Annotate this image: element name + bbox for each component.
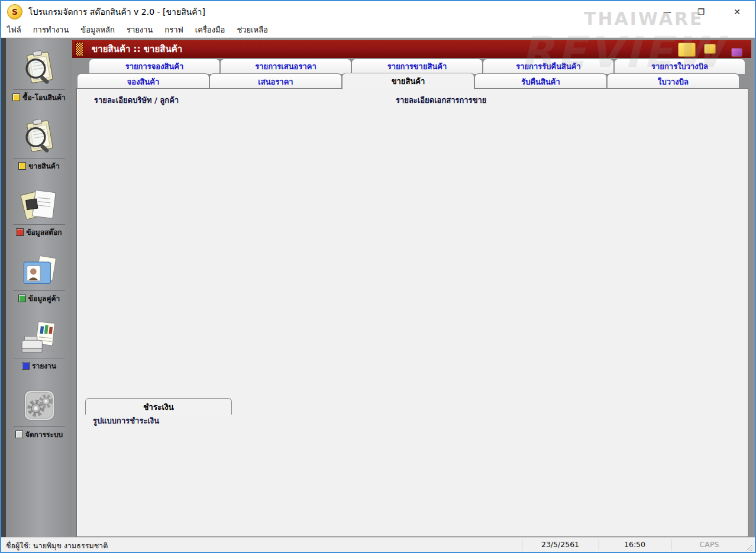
status-bar: ชื่อผู้ใช้: นายพิมุข งามธรรมชาติ 23/5/25… — [1, 537, 755, 552]
divider — [13, 426, 65, 427]
sidebar: ซื้อ-โอนสินค้า ขายสินค้า ข้อมูลสต๊อก ข้อ… — [1, 38, 72, 538]
banner-window-icon[interactable] — [678, 43, 696, 57]
divider — [599, 539, 599, 551]
divider — [13, 358, 65, 358]
tab-quotation[interactable]: เสนอราคา — [209, 73, 342, 89]
divider — [13, 158, 65, 159]
divider — [13, 290, 65, 291]
sidebar-item-label: ซื้อ-โอนสินค้า — [22, 92, 65, 103]
title-bar: S โปรแกรมจัดการ สต๊อกสินค้า v 2.0 - [ขาย… — [1, 1, 755, 22]
partner-folder-icon — [17, 253, 61, 289]
banner-close-icon[interactable] — [731, 48, 742, 57]
status-time: 16:50 — [600, 540, 670, 549]
tab-quotation-list[interactable]: รายการเสนอราคา — [220, 59, 351, 74]
sidebar-strip — [1, 38, 6, 538]
sidebar-item-system[interactable]: จัดการระบบ — [6, 388, 72, 454]
tab-sale-active[interactable]: ขายสินค้า — [342, 73, 474, 89]
tab-booking[interactable]: จองสินค้า — [77, 73, 209, 89]
bullet-icon — [18, 295, 26, 302]
divider — [13, 89, 65, 90]
sidebar-item-sale[interactable]: ขายสินค้า — [6, 118, 72, 185]
clipboard-search-icon — [17, 50, 61, 88]
bullet-icon — [16, 228, 24, 236]
minimize-button[interactable]: — — [654, 1, 681, 22]
divider — [522, 539, 522, 551]
banner-restore-icon[interactable] — [704, 44, 716, 54]
stock-documents-icon — [17, 187, 61, 222]
status-date: 23/5/2561 — [523, 540, 597, 549]
bullet-icon — [22, 362, 30, 370]
sidebar-item-label: จัดการระบบ — [25, 429, 63, 440]
sidebar-item-stock-data[interactable]: ข้อมูลสต๊อก — [6, 187, 72, 253]
document-banner: ขายสินค้า :: ขายสินค้า — [72, 40, 751, 58]
maximize-button[interactable]: ❐ — [687, 1, 715, 22]
close-button[interactable]: ✕ — [722, 1, 752, 22]
customer-legend: รายละเอียดบริษัท / ลูกค้า — [91, 94, 182, 106]
banner-title: ขายสินค้า :: ขายสินค้า — [92, 42, 182, 56]
tab-sale-list[interactable]: รายการขายสินค้า — [351, 59, 483, 74]
menu-help[interactable]: ช่วยเหลือ — [231, 22, 274, 37]
divider — [13, 224, 65, 225]
menu-graph[interactable]: กราฟ — [159, 22, 189, 37]
sidebar-item-purchase-transfer[interactable]: ซื้อ-โอนสินค้า — [6, 50, 72, 116]
status-user: ชื่อผู้ใช้: นายพิมุข งามธรรมชาติ — [6, 540, 108, 552]
status-caps: CAPS — [672, 540, 747, 549]
sidebar-item-label: ข้อมูลคู่ค้า — [28, 293, 60, 304]
clipboard-search-icon — [17, 118, 61, 156]
sidebar-item-label: รายงาน — [32, 360, 56, 371]
menu-master-data[interactable]: ข้อมูลหลัก — [75, 22, 121, 37]
resize-grip[interactable] — [745, 544, 753, 551]
menu-operations[interactable]: การทำงาน — [27, 22, 75, 37]
menu-file[interactable]: ไฟล์ — [1, 22, 27, 37]
menu-reports[interactable]: รายงาน — [121, 22, 159, 37]
tab-return-list[interactable]: รายการรับคืนสินค้า — [483, 59, 614, 74]
tab-booking-list[interactable]: รายการจองสินค้า — [89, 59, 220, 74]
window-title: โปรแกรมจัดการ สต๊อกสินค้า v 2.0 - [ขายสิ… — [28, 5, 205, 18]
payment-legend: รูปแบบการชำระเงิน — [90, 415, 162, 427]
tab-return[interactable]: รับคืนสินค้า — [474, 73, 607, 89]
app-window: S โปรแกรมจัดการ สต๊อกสินค้า v 2.0 - [ขาย… — [0, 0, 756, 553]
menu-tools[interactable]: เครื่องมือ — [189, 22, 231, 37]
tab-billing[interactable]: ใบวางบิล — [607, 73, 739, 89]
bullet-icon — [15, 431, 23, 438]
sidebar-item-label: ขายสินค้า — [28, 160, 59, 172]
bullet-icon — [12, 93, 20, 101]
bullet-icon — [18, 162, 26, 170]
content-panel — [77, 89, 748, 536]
tab-billing-list[interactable]: รายการใบวางบิล — [614, 59, 745, 74]
report-printer-icon — [17, 321, 61, 356]
grip-icon — [75, 42, 83, 56]
sidebar-item-label: ข้อมูลสต๊อก — [26, 227, 62, 238]
menu-bar: ไฟล์ การทำงาน ข้อมูลหลัก รายงาน กราฟ เคร… — [1, 22, 755, 38]
app-icon: S — [7, 4, 22, 20]
sidebar-item-partner-data[interactable]: ข้อมูลคู่ค้า — [6, 253, 72, 319]
sidebar-item-reports[interactable]: รายงาน — [6, 321, 72, 387]
document-legend: รายละเอียดเอกสารการขาย — [393, 94, 489, 106]
system-gears-icon — [18, 388, 60, 425]
divider — [671, 539, 671, 551]
tab-payment[interactable]: ชำระเงิน — [85, 398, 232, 415]
